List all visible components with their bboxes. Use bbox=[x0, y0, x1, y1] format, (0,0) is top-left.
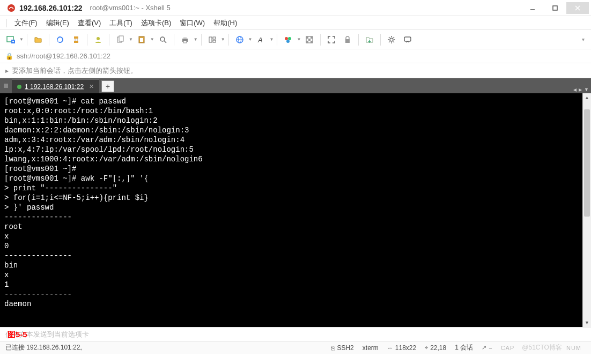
transparency-button[interactable] bbox=[302, 32, 317, 47]
fullscreen-button[interactable] bbox=[324, 32, 339, 47]
profile-button[interactable] bbox=[91, 32, 106, 47]
sync-icon: − bbox=[489, 345, 492, 351]
search-button[interactable] bbox=[156, 32, 171, 47]
scroll-down-icon[interactable]: ▼ bbox=[583, 318, 591, 327]
status-protocol: SSH2 bbox=[337, 344, 353, 352]
svg-point-0 bbox=[8, 4, 15, 12]
status-num: NUM bbox=[566, 345, 581, 351]
watermark: @51CTO博客 bbox=[522, 343, 562, 352]
svg-line-19 bbox=[164, 41, 166, 43]
layout-button[interactable] bbox=[205, 32, 220, 47]
svg-rect-2 bbox=[553, 6, 557, 10]
svg-rect-36 bbox=[308, 39, 311, 41]
status-bar: 已连接 192.168.26.101:22。 ⎘SSH2 xterm ↔118x… bbox=[0, 341, 591, 354]
svg-point-13 bbox=[97, 37, 100, 40]
app-icon bbox=[6, 3, 16, 13]
toolbar: ▼ ▼ ▼ ▼ ▼ ▼ A▼ ▼ ▾ bbox=[0, 30, 591, 49]
close-button[interactable] bbox=[566, 2, 589, 14]
caret-icon[interactable]: ▼ bbox=[221, 37, 225, 42]
ftp-button[interactable] bbox=[362, 32, 377, 47]
svg-rect-37 bbox=[306, 41, 308, 43]
terminal-scrollbar[interactable]: ▲ ▼ bbox=[582, 93, 591, 327]
maximize-button[interactable] bbox=[544, 2, 566, 14]
reconnect-button[interactable] bbox=[53, 32, 68, 47]
hint-bar: ▸ 要添加当前会话，点击左侧的箭头按钮。 bbox=[0, 63, 591, 78]
font-button[interactable]: A bbox=[254, 32, 269, 47]
status-connection: 已连接 192.168.26.101:22。 bbox=[5, 343, 86, 352]
caret-icon[interactable]: ▼ bbox=[297, 37, 301, 42]
status-dot-icon bbox=[17, 85, 21, 89]
svg-rect-24 bbox=[213, 37, 216, 39]
caret-icon[interactable]: ▼ bbox=[19, 37, 24, 42]
svg-point-40 bbox=[390, 38, 393, 41]
size-icon: ↔ bbox=[387, 345, 393, 351]
help-button[interactable] bbox=[400, 32, 415, 47]
open-button[interactable] bbox=[31, 32, 46, 47]
status-cap: CAP bbox=[501, 345, 515, 351]
scroll-thumb[interactable] bbox=[584, 109, 590, 217]
send-bar: 仅将文本发送到当前选项卡 图5-5 bbox=[0, 327, 591, 341]
caret-icon[interactable]: ▼ bbox=[150, 37, 154, 42]
lock-icon: 🔒 bbox=[5, 53, 13, 60]
color-button[interactable] bbox=[280, 32, 296, 47]
title-ip: 192.168.26.101:22 bbox=[19, 4, 83, 12]
menu-file[interactable]: 文件(F) bbox=[10, 17, 42, 29]
tab-prev-icon[interactable]: ◂ bbox=[573, 86, 577, 93]
print-button[interactable] bbox=[178, 32, 193, 47]
highlight-box bbox=[0, 312, 179, 327]
menu-bar: 文件(F) 编辑(E) 查看(V) 工具(T) 选项卡(B) 窗口(W) 帮助(… bbox=[0, 16, 591, 30]
caret-icon[interactable]: ▼ bbox=[194, 37, 198, 42]
svg-rect-23 bbox=[209, 37, 212, 42]
hint-text: 要添加当前会话，点击左侧的箭头按钮。 bbox=[12, 66, 137, 76]
status-sessions: 1 会话 bbox=[455, 343, 473, 352]
menu-tabs[interactable]: 选项卡(B) bbox=[137, 17, 175, 29]
close-tab-icon[interactable]: ✕ bbox=[89, 83, 94, 90]
minimize-button[interactable] bbox=[521, 2, 544, 14]
address-url[interactable]: ssh://root@192.168.26.101:22 bbox=[17, 52, 110, 60]
menu-tools[interactable]: 工具(T) bbox=[105, 17, 137, 29]
menu-view[interactable]: 查看(V) bbox=[73, 17, 105, 29]
new-session-button[interactable] bbox=[3, 32, 18, 47]
add-tab-button[interactable]: + bbox=[101, 80, 114, 92]
lock-button[interactable] bbox=[340, 32, 355, 47]
status-termtype: xterm bbox=[363, 344, 379, 352]
svg-point-18 bbox=[160, 37, 165, 41]
encoding-button[interactable] bbox=[232, 32, 247, 47]
tab-next-icon[interactable]: ▸ bbox=[579, 86, 582, 93]
svg-rect-34 bbox=[306, 36, 308, 39]
tab-list-icon[interactable]: ▼ bbox=[584, 87, 589, 92]
paste-button[interactable] bbox=[134, 32, 149, 47]
svg-point-30 bbox=[285, 37, 288, 40]
svg-rect-41 bbox=[404, 37, 411, 41]
tab-label: 1 192.168.26.101:22 bbox=[25, 83, 84, 91]
terminal-area: [root@vms001 ~]# cat passwd root:x,0:0:r… bbox=[0, 93, 591, 327]
tab-indicator-icon bbox=[0, 78, 12, 93]
copy-button[interactable] bbox=[113, 32, 128, 47]
disconnect-button[interactable] bbox=[69, 32, 84, 47]
menu-window[interactable]: 窗口(W) bbox=[175, 17, 209, 29]
caret-icon[interactable]: ▼ bbox=[270, 37, 274, 42]
svg-rect-15 bbox=[119, 36, 123, 41]
svg-rect-38 bbox=[311, 41, 313, 43]
window-buttons bbox=[521, 2, 589, 14]
status-cursor: 22,18 bbox=[430, 344, 446, 352]
protocol-icon: ⎘ bbox=[331, 345, 335, 351]
terminal-output[interactable]: [root@vms001 ~]# cat passwd root:x,0:0:r… bbox=[0, 93, 591, 312]
cursor-icon: ⌖ bbox=[425, 344, 428, 351]
title-subtitle: root@vms001:~ - Xshell 5 bbox=[90, 4, 171, 12]
svg-text:A: A bbox=[257, 36, 263, 44]
menu-help[interactable]: 帮助(H) bbox=[209, 17, 241, 29]
caret-icon[interactable]: ▼ bbox=[248, 37, 253, 42]
settings-button[interactable] bbox=[384, 32, 399, 47]
svg-rect-42 bbox=[4, 84, 8, 88]
svg-rect-39 bbox=[345, 39, 350, 43]
caret-icon[interactable]: ▼ bbox=[129, 37, 133, 42]
svg-rect-17 bbox=[140, 38, 143, 42]
scroll-up-icon[interactable]: ▲ bbox=[583, 93, 591, 102]
svg-rect-22 bbox=[183, 41, 187, 43]
session-tab[interactable]: 1 192.168.26.101:22 ✕ bbox=[12, 79, 99, 93]
bookmark-icon[interactable]: ▸ bbox=[5, 67, 9, 75]
svg-rect-9 bbox=[74, 36, 78, 39]
menu-edit[interactable]: 编辑(E) bbox=[42, 17, 73, 29]
toolbar-overflow-icon[interactable]: ▾ bbox=[582, 36, 588, 42]
